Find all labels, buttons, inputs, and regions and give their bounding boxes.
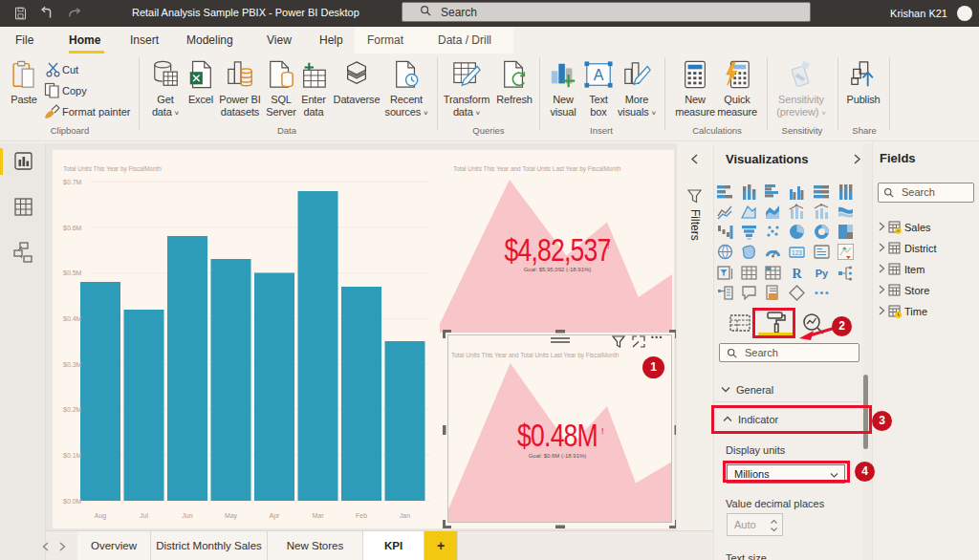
svg-text:Py: Py xyxy=(815,267,828,278)
svg-text:R: R xyxy=(792,266,802,280)
svg-text:$0.3M: $0.3M xyxy=(63,361,82,368)
svg-text:Mar: Mar xyxy=(312,512,324,519)
svg-text:Aug: Aug xyxy=(95,512,107,520)
svg-text:$0.1M: $0.1M xyxy=(63,452,82,459)
svg-text:$0.7M: $0.7M xyxy=(63,179,82,185)
svg-text:Jul: Jul xyxy=(140,512,148,519)
svg-text:$0.5M: $0.5M xyxy=(63,269,82,276)
svg-text:Jun: Jun xyxy=(182,512,192,519)
svg-text:$0.0M: $0.0M xyxy=(63,498,82,505)
svg-text:May: May xyxy=(225,512,238,520)
svg-text:Jan: Jan xyxy=(400,512,410,519)
svg-text:A: A xyxy=(594,67,604,83)
svg-text:Apr: Apr xyxy=(270,512,281,520)
svg-text:123: 123 xyxy=(792,249,802,256)
svg-text:Feb: Feb xyxy=(356,512,367,519)
svg-text:$0.6M: $0.6M xyxy=(63,225,82,231)
svg-text:$0.2M: $0.2M xyxy=(63,406,82,413)
svg-text:$0.4M: $0.4M xyxy=(63,315,82,322)
